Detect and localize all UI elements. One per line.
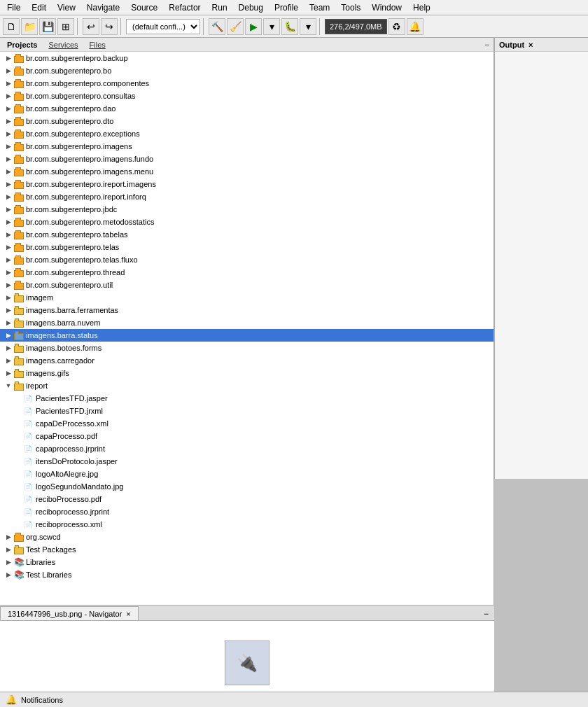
tree-item[interactable]: 📄capaDeProcesso.xml [0, 417, 493, 430]
debug-dropdown-button[interactable]: ▾ [300, 18, 316, 35]
notifications-label: Notifications [21, 696, 63, 704]
tree-item[interactable]: ▶📚Test Libraries [0, 568, 493, 581]
menu-team[interactable]: Team [304, 1, 335, 14]
output-label: Output [499, 41, 524, 49]
tree-arrow: ▶ [3, 279, 14, 291]
navigator-tab-close[interactable]: × [126, 610, 130, 618]
tree-arrow: ▶ [3, 203, 14, 216]
menu-source[interactable]: Source [125, 1, 163, 14]
tree-item[interactable]: 📄capaProcesso.pdf [0, 430, 493, 442]
tree-item[interactable]: ▶br.com.subgerentepro.dao [0, 102, 493, 115]
tree-item[interactable]: ▶br.com.subgerentepro.bo [0, 64, 493, 77]
tree-item[interactable]: ▶br.com.subgerentepro.exceptions [0, 127, 493, 140]
tree-item[interactable]: 📄reciboprocesso.jrprint [0, 505, 493, 518]
tree-item[interactable]: ▶br.com.subgerentepro.metodosstatics [0, 216, 493, 228]
tree-item[interactable]: ▶📚Libraries [0, 556, 493, 568]
menu-tools[interactable]: Tools [335, 1, 366, 14]
tree-arrow [17, 480, 22, 493]
config-dropdown[interactable]: (default confi...) [126, 19, 200, 34]
tree-item[interactable]: ▶imagem [0, 291, 493, 304]
tree-item[interactable]: 📄reciboprocesso.xml [0, 518, 493, 531]
tree-item[interactable]: 📄itensDoProtocolo.jasper [0, 455, 493, 468]
tab-files[interactable]: Files [87, 40, 108, 50]
save-all-button[interactable]: ⊞ [57, 18, 74, 35]
navigator-tab[interactable]: 1316447996_usb.png - Navigator × [0, 606, 139, 620]
menu-refactor[interactable]: Refactor [163, 1, 206, 14]
memory-gc-button[interactable]: ♻ [388, 18, 405, 35]
tree-label: logoSegundoMandato.jpg [36, 482, 123, 491]
tree-label: br.com.subgerentepro.dto [26, 117, 113, 125]
menu-window[interactable]: Window [366, 1, 407, 14]
tree-item[interactable]: 📄logoSegundoMandato.jpg [0, 480, 493, 493]
tree-item[interactable]: ▶br.com.subgerentepro.tabelas [0, 228, 493, 241]
tree-item[interactable]: 📄reciboProcesso.pdf [0, 493, 493, 505]
tree-arrow: ▶ [3, 102, 14, 115]
menu-view[interactable]: View [52, 1, 81, 14]
tree-item[interactable]: ▶imagens.gifs [0, 367, 493, 379]
tree-item[interactable]: ▶br.com.subgerentepro.backup [0, 52, 493, 64]
redo-button[interactable]: ↪ [101, 18, 118, 35]
tree-item[interactable]: ▶br.com.subgerentepro.componentes [0, 77, 493, 90]
undo-button[interactable]: ↩ [83, 18, 99, 35]
tree-item[interactable]: 📄PacientesTFD.jasper [0, 392, 493, 405]
tree-arrow [17, 417, 22, 430]
tree-item[interactable]: ▶br.com.subgerentepro.ireport.inforq [0, 190, 493, 203]
menu-help[interactable]: Help [407, 1, 436, 14]
navigator-preview: 🔌 [225, 640, 270, 685]
tree-item[interactable]: ▼ireport [0, 379, 493, 392]
tree-item[interactable]: 📄PacientesTFD.jrxml [0, 405, 493, 417]
tab-projects[interactable]: Projects [4, 40, 40, 50]
tree-item[interactable]: ▶imagens.barra.nuvem [0, 316, 493, 329]
panel-minimize-button[interactable]: − [484, 40, 489, 50]
debug-button[interactable]: 🐛 [281, 18, 298, 35]
tree-item[interactable]: ▶br.com.subgerentepro.imagens.menu [0, 165, 493, 178]
tree-item[interactable]: ▶br.com.subgerentepro.jbdc [0, 203, 493, 216]
menu-profile[interactable]: Profile [269, 1, 304, 14]
notifications-button[interactable]: 🔔 [407, 18, 424, 35]
tree-item[interactable]: ▶br.com.subgerentepro.imagens.fundo [0, 153, 493, 165]
menu-debug[interactable]: Debug [233, 1, 269, 14]
save-button[interactable]: 💾 [39, 18, 56, 35]
tree-item[interactable]: ▶br.com.subgerentepro.imagens [0, 140, 493, 153]
tree-item[interactable]: ▶br.com.subgerentepro.consultas [0, 90, 493, 102]
tree-item[interactable]: ▶br.com.subgerentepro.telas.fluxo [0, 253, 493, 266]
tree-label: br.com.subgerentepro.metodosstatics [26, 218, 154, 226]
tree-item[interactable]: ▶imagens.barra.status [0, 329, 493, 342]
tree-item[interactable]: 📄logoAltoAlegre.jpg [0, 468, 493, 480]
project-tree[interactable]: ▶br.com.subgerentepro.backup▶br.com.subg… [0, 52, 493, 605]
open-button[interactable]: 📁 [21, 18, 38, 35]
run-dropdown-button[interactable]: ▾ [263, 18, 280, 35]
tab-services[interactable]: Services [46, 40, 80, 50]
tree-arrow: ▶ [3, 316, 14, 329]
tree-arrow: ▶ [3, 329, 14, 342]
clean-build-button[interactable]: 🧹 [227, 18, 244, 35]
tree-item[interactable]: ▶br.com.subgerentepro.ireport.imagens [0, 178, 493, 190]
tree-item[interactable]: ▶org.scwcd [0, 531, 493, 543]
tree-item[interactable]: 📄capaprocesso.jrprint [0, 442, 493, 455]
tree-item[interactable]: ▶br.com.subgerentepro.dto [0, 115, 493, 127]
tree-item[interactable]: ▶imagens.barra.ferramentas [0, 304, 493, 316]
tree-arrow: ▶ [3, 304, 14, 316]
new-project-button[interactable]: 🗋 [3, 18, 20, 35]
tree-arrow: ▶ [3, 90, 14, 102]
run-button[interactable]: ▶ [245, 18, 262, 35]
tree-item[interactable]: ▶br.com.subgerentepro.telas [0, 241, 493, 253]
menu-bar: File Edit View Navigate Source Refactor … [0, 0, 588, 15]
tree-item[interactable]: ▶br.com.subgerentepro.util [0, 279, 493, 291]
navigator-minimize-button[interactable]: − [478, 608, 494, 620]
tree-label: Test Libraries [26, 570, 71, 579]
tree-arrow: ▶ [3, 556, 14, 568]
tree-item[interactable]: ▶br.com.subgerentepro.thread [0, 266, 493, 279]
output-close-button[interactable]: × [528, 41, 533, 49]
menu-file[interactable]: File [1, 1, 26, 14]
tree-label: br.com.subgerentepro.util [26, 281, 113, 289]
menu-navigate[interactable]: Navigate [81, 1, 125, 14]
tree-item[interactable]: ▶Test Packages [0, 543, 493, 556]
notifications-icon[interactable]: 🔔 [6, 694, 17, 705]
menu-edit[interactable]: Edit [26, 1, 52, 14]
tree-item[interactable]: ▶imagens.carregador [0, 354, 493, 367]
tree-item[interactable]: ▶imagens.botoes.forms [0, 342, 493, 354]
tree-label: br.com.subgerentepro.thread [26, 268, 125, 276]
menu-run[interactable]: Run [206, 1, 233, 14]
build-button[interactable]: 🔨 [209, 18, 225, 35]
